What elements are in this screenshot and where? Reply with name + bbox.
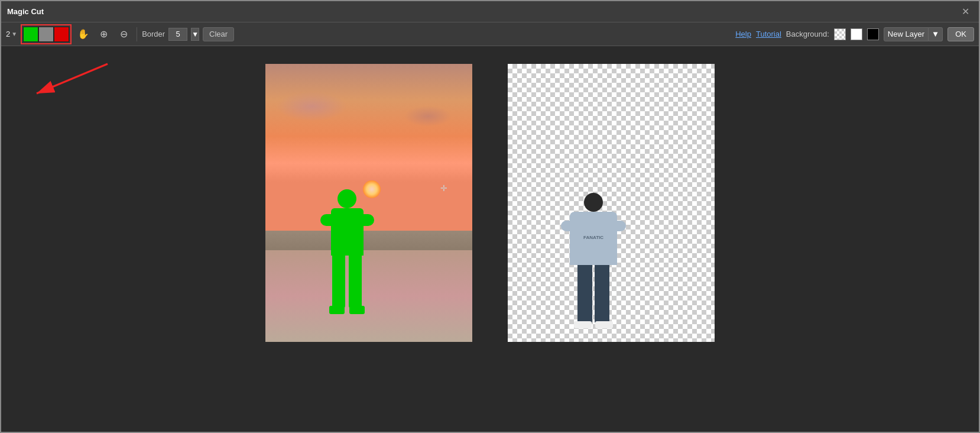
border-input[interactable] xyxy=(168,28,187,41)
brush-size-selector[interactable]: 2 ▼ xyxy=(6,30,17,38)
source-canvas[interactable]: ✛ xyxy=(265,64,472,342)
new-layer-button[interactable]: New Layer xyxy=(884,27,929,41)
person-legs xyxy=(332,256,362,309)
preview-hoodie: FANATIC xyxy=(570,212,617,265)
preview-pant-right xyxy=(595,265,609,324)
ok-button[interactable]: OK xyxy=(947,27,974,41)
person-head xyxy=(338,189,356,208)
zoom-in-button[interactable]: ⊕ xyxy=(95,26,112,43)
bg-black-swatch[interactable] xyxy=(867,28,879,40)
person-green-overlay xyxy=(323,189,371,319)
preview-hoodie-text: FANATIC xyxy=(583,235,603,241)
preview-head xyxy=(584,193,603,212)
preview-shoe-right xyxy=(595,321,613,328)
person-leg-left xyxy=(332,256,345,309)
bg-white-swatch[interactable] xyxy=(851,28,862,40)
cloud-1 xyxy=(276,92,347,121)
cloud-2 xyxy=(404,106,452,127)
person-arms xyxy=(320,214,374,226)
preview-arms xyxy=(561,221,626,231)
border-label: Border xyxy=(142,30,165,38)
help-button[interactable]: Help xyxy=(735,30,751,38)
preview-person: FANATIC xyxy=(570,193,617,328)
brush-size-value: 2 xyxy=(6,30,10,38)
preview-pant-left xyxy=(577,265,592,324)
bg-checker-swatch[interactable] xyxy=(834,28,846,40)
border-dropdown-button[interactable]: ▼ xyxy=(191,28,199,41)
app-title: Magic Cut xyxy=(7,7,958,16)
crosshair-cursor: ✛ xyxy=(440,183,447,193)
background-label: Background: xyxy=(786,30,829,38)
new-layer-control: New Layer ▼ xyxy=(884,27,943,41)
source-canvas-panel: ✛ xyxy=(265,64,472,342)
toolbar: 2 ▼ ✋ ⊕ ⊖ Border ▼ Clear Help Tutorial B… xyxy=(1,22,979,46)
tutorial-button[interactable]: Tutorial xyxy=(756,30,781,38)
arrow-annotation xyxy=(7,58,125,154)
preview-pants xyxy=(577,265,609,324)
gray-color-swatch[interactable] xyxy=(38,27,54,42)
main-area: ✛ FANATIC xyxy=(1,46,979,433)
brush-size-arrow-icon: ▼ xyxy=(11,31,17,37)
toolbar-separator-1 xyxy=(137,27,137,41)
toolbar-right: Help Tutorial Background: New Layer ▼ OK xyxy=(735,27,974,41)
clear-button[interactable]: Clear xyxy=(203,27,234,41)
person-leg-right xyxy=(349,256,362,309)
preview-panel: FANATIC xyxy=(508,64,715,342)
zoom-out-icon: ⊖ xyxy=(120,28,128,40)
hand-tool-button[interactable]: ✋ xyxy=(75,26,92,43)
close-button[interactable]: ✕ xyxy=(958,5,973,18)
title-bar: Magic Cut ✕ xyxy=(1,1,979,22)
red-color-swatch[interactable] xyxy=(54,27,69,42)
new-layer-dropdown-arrow[interactable]: ▼ xyxy=(929,27,943,41)
svg-line-1 xyxy=(37,64,108,93)
person-feet xyxy=(329,306,365,314)
preview-shoe-left xyxy=(574,321,592,328)
hand-icon: ✋ xyxy=(77,28,89,40)
person-foot-right xyxy=(349,306,365,314)
person-body xyxy=(331,208,364,256)
green-color-swatch[interactable] xyxy=(23,27,38,42)
zoom-out-button[interactable]: ⊖ xyxy=(115,26,132,43)
zoom-in-icon: ⊕ xyxy=(100,28,108,40)
preview-shoes xyxy=(574,321,613,328)
preview-canvas: FANATIC xyxy=(508,64,715,342)
color-swatch-group xyxy=(21,24,72,44)
person-foot-left xyxy=(329,306,345,314)
